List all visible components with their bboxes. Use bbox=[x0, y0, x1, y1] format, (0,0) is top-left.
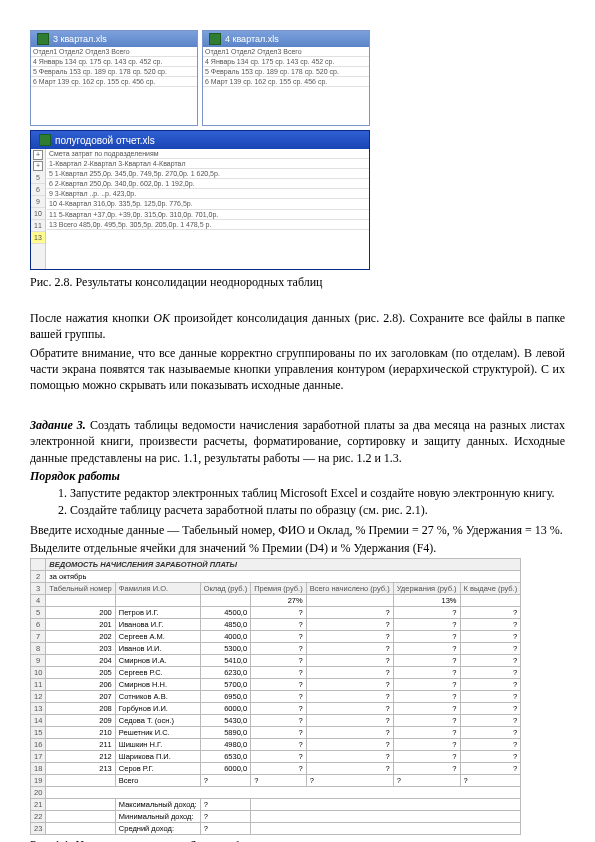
sheet-area: Отдел1 Отдел2 Отдел3 Всего 4 Январь 134 … bbox=[203, 47, 369, 125]
titlebar-report: полугодовой отчет.xls bbox=[31, 131, 369, 149]
outline-toggle-icon: + bbox=[33, 161, 43, 171]
titlebar-text: полугодовой отчет.xls bbox=[55, 135, 155, 146]
table-title: ВЕДОМОСТЬ НАЧИСЛЕНИЯ ЗАРАБОТНОЙ ПЛАТЫ bbox=[46, 559, 521, 571]
table-row: 17212Шарикова П.И.6530,0???? bbox=[31, 751, 521, 763]
excel-icon bbox=[39, 134, 51, 146]
table-header-row: 3 Табельный номер Фамилия И.О. Оклад (ру… bbox=[31, 583, 521, 595]
table-row: 12207Сотников А.В.6950,0???? bbox=[31, 691, 521, 703]
titlebar-text: 4 квартал.xls bbox=[225, 34, 279, 44]
ok-label: ОК bbox=[153, 311, 170, 325]
screenshot-payroll-table: ВЕДОМОСТЬ НАЧИСЛЕНИЯ ЗАРАБОТНОЙ ПЛАТЫ 2з… bbox=[30, 558, 521, 835]
table-row: 6201Иванова И.Г.4850,0???? bbox=[31, 619, 521, 631]
excel-window-report: полугодовой отчет.xls + + 569101113 Смет… bbox=[30, 130, 370, 270]
titlebar-q4: 4 квартал.xls bbox=[203, 31, 369, 47]
order-heading: Порядок работы bbox=[30, 468, 565, 484]
task-3: Задание 3. Создать таблицы ведомости нач… bbox=[30, 417, 565, 466]
table-row: 5200Петров И.Г.4500,0???? bbox=[31, 607, 521, 619]
table-row: 7202Сергеев А.М.4000,0???? bbox=[31, 631, 521, 643]
excel-window-q3: 3 квартал.xls Отдел1 Отдел2 Отдел3 Всего… bbox=[30, 30, 198, 126]
table-row: 9204Смирнов И.А.5410,0???? bbox=[31, 655, 521, 667]
list-item: Создайте таблицу расчета заработной плат… bbox=[70, 503, 565, 518]
excel-icon bbox=[37, 33, 49, 45]
caption-fig-1-1: Рис. 1.1. Исходные данные для Задания 1 bbox=[30, 837, 565, 842]
caption-fig-2-8: Рис. 2.8. Результаты консолидации неодно… bbox=[30, 274, 565, 290]
excel-icon bbox=[209, 33, 221, 45]
task-3-label: Задание 3. bbox=[30, 418, 86, 432]
table-row: 18213Серов Р.Г.6000,0???? bbox=[31, 763, 521, 775]
titlebar-q3: 3 квартал.xls bbox=[31, 31, 197, 47]
table-row: 11206Смирнов Н.Н.5700,0???? bbox=[31, 679, 521, 691]
sheet-area: Отдел1 Отдел2 Отдел3 Всего 4 Январь 134 … bbox=[31, 47, 197, 125]
table-row: 15210Решетник И.С.5890,0???? bbox=[31, 727, 521, 739]
paragraph: После нажатия кнопки ОК произойдет консо… bbox=[30, 310, 565, 342]
screenshot-consolidation: 3 квартал.xls Отдел1 Отдел2 Отдел3 Всего… bbox=[30, 30, 565, 270]
table-row: 8203Иванов И.И.5300,0???? bbox=[31, 643, 521, 655]
outline-toggle-icon: + bbox=[33, 150, 43, 160]
excel-window-q4: 4 квартал.xls Отдел1 Отдел2 Отдел3 Всего… bbox=[202, 30, 370, 126]
table-row: 10205Сергеев Р.С.6230,0???? bbox=[31, 667, 521, 679]
paragraph: Обратите внимание, что все данные коррек… bbox=[30, 345, 565, 394]
table-avg-row: 23Средний доход:? bbox=[31, 823, 521, 835]
table-max-row: 21Максимальный доход:? bbox=[31, 799, 521, 811]
order-list: Запустите редактор электронных таблиц Mi… bbox=[30, 486, 565, 518]
table-subtitle: за октябрь bbox=[46, 571, 521, 583]
table-row: 16211Шишкин Н.Г.4980,0???? bbox=[31, 739, 521, 751]
table-pct-row: 4 27% 13% bbox=[31, 595, 521, 607]
list-item: Запустите редактор электронных таблиц Mi… bbox=[70, 486, 565, 501]
table-total-row: 19 Всего ????? bbox=[31, 775, 521, 787]
paragraph: Введите исходные данные — Табельный номе… bbox=[30, 522, 565, 538]
sheet-area: + + 569101113 Смета затрат по подразделе… bbox=[31, 149, 369, 269]
outline-gutter: + + 569101113 bbox=[31, 149, 46, 269]
table-row: 13208Горбунов И.И.6000,0???? bbox=[31, 703, 521, 715]
table-min-row: 22Минимальный доход:? bbox=[31, 811, 521, 823]
titlebar-text: 3 квартал.xls bbox=[53, 34, 107, 44]
table-row: 14209Седова Т. (осн.)5430,0???? bbox=[31, 715, 521, 727]
paragraph: Выделите отдельные ячейки для значений %… bbox=[30, 540, 565, 556]
